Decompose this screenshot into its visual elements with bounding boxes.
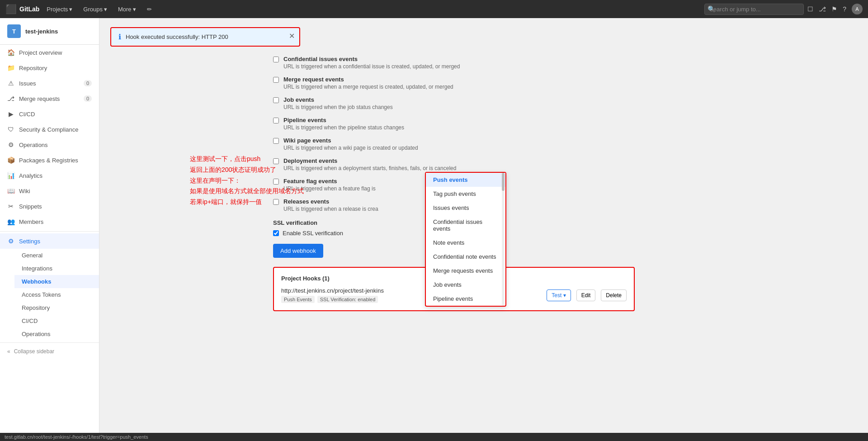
- pipeline-desc: URL is triggered when the pipeline statu…: [283, 124, 404, 131]
- settings-subnav: General Integrations Webhooks Access Tok…: [0, 249, 99, 341]
- job-checkbox[interactable]: [273, 97, 279, 103]
- feature-flag-desc: URL is triggered when a feature flag is: [283, 185, 376, 192]
- dropdown-item-confidential-note[interactable]: Confidential note events: [426, 250, 505, 264]
- pipeline-label: Pipeline events: [283, 117, 404, 123]
- search-input[interactable]: [704, 4, 804, 15]
- avatar[interactable]: A: [852, 4, 863, 14]
- projects-menu[interactable]: Projects ▾: [43, 4, 76, 14]
- sidebar-item-operations-settings[interactable]: Operations: [14, 327, 99, 341]
- ssl-checkbox-label: Enable SSL verification: [283, 230, 343, 237]
- project-avatar: T: [7, 24, 21, 38]
- test-dropdown-menu: Push events Tag push events Issues event…: [425, 172, 506, 307]
- dropdown-scroll-thumb: [502, 173, 505, 191]
- checkbox-job: Job events URL is triggered when the job…: [273, 96, 635, 110]
- sidebar-item-members[interactable]: 👥 Members: [0, 214, 99, 229]
- gitlab-logo-icon: ⬛: [5, 4, 17, 14]
- sidebar-item-repository-settings[interactable]: Repository: [14, 301, 99, 314]
- checkbox-merge-request: Merge request events URL is triggered wh…: [273, 76, 635, 90]
- feature-flag-checkbox[interactable]: [273, 179, 279, 185]
- sidebar-item-general[interactable]: General: [14, 249, 99, 262]
- search-icon: 🔍: [708, 5, 715, 13]
- todo-icon[interactable]: ☐: [807, 5, 813, 13]
- job-desc: URL is triggered when the job status cha…: [283, 104, 393, 110]
- job-label: Job events: [283, 96, 393, 103]
- cicd-icon: ▶: [7, 110, 14, 118]
- sidebar-item-operations[interactable]: ⚙ Operations: [0, 137, 99, 152]
- issues-icon: ⚠: [7, 80, 14, 87]
- collapse-icon: «: [7, 348, 10, 355]
- issues-icon[interactable]: ⚑: [831, 5, 837, 13]
- notification-close-button[interactable]: ✕: [289, 32, 295, 40]
- merge-badge: 0: [84, 95, 92, 102]
- edit-button[interactable]: Edit: [576, 289, 596, 301]
- repository-icon: 📁: [7, 64, 14, 71]
- test-button[interactable]: Test ▾: [547, 289, 571, 301]
- sidebar-item-wiki[interactable]: 📖 Wiki: [0, 183, 99, 199]
- status-bar: test.gitlab.cn/root/test-jenkins/-/hooks…: [0, 433, 868, 441]
- dropdown-item-issues[interactable]: Issues events: [426, 201, 505, 215]
- collapse-sidebar[interactable]: « Collapse sidebar: [0, 345, 99, 358]
- snippets-icon: ✂: [7, 203, 14, 210]
- dropdown-item-note[interactable]: Note events: [426, 236, 505, 250]
- help-icon[interactable]: ?: [843, 5, 846, 13]
- more-menu[interactable]: More ▾: [114, 4, 140, 14]
- brand-logo[interactable]: ⬛ GitLab: [5, 4, 39, 14]
- projects-dropdown-icon: ▾: [69, 6, 72, 13]
- confidential-issues-desc: URL is triggered when a confidential iss…: [283, 63, 460, 70]
- wiki-icon: 📖: [7, 187, 14, 194]
- packages-icon: 📦: [7, 156, 14, 164]
- confidential-issues-checkbox[interactable]: [273, 57, 279, 62]
- test-dropdown-icon: ▾: [563, 292, 566, 299]
- sidebar-item-access-tokens[interactable]: Access Tokens: [14, 288, 99, 301]
- sidebar-item-cicd-settings[interactable]: CI/CD: [14, 314, 99, 327]
- groups-menu[interactable]: Groups ▾: [80, 4, 111, 14]
- hook-tag-ssl: SSL Verification: enabled: [317, 296, 378, 303]
- checkbox-confidential-issues: Confidential issues events URL is trigge…: [273, 56, 635, 70]
- checkbox-wiki: Wiki page events URL is triggered when a…: [273, 137, 635, 151]
- sidebar-item-packages[interactable]: 📦 Packages & Registries: [0, 152, 99, 168]
- wiki-checkbox[interactable]: [273, 138, 279, 144]
- delete-button[interactable]: Delete: [601, 289, 627, 301]
- notification-bar: ℹ Hook executed successfully: HTTP 200 ✕: [110, 27, 300, 47]
- project-header: T test-jenkins: [0, 18, 99, 45]
- hook-tag-push: Push Events: [281, 296, 315, 303]
- merge-request-label: Merge request events: [283, 76, 453, 83]
- dropdown-item-job[interactable]: Job events: [426, 278, 505, 292]
- top-navigation: ⬛ GitLab Projects ▾ Groups ▾ More ▾ ✏ 🔍 …: [0, 0, 868, 18]
- checkbox-pipeline: Pipeline events URL is triggered when th…: [273, 117, 635, 131]
- sidebar-item-analytics[interactable]: 📊 Analytics: [0, 168, 99, 183]
- pipeline-checkbox[interactable]: [273, 118, 279, 123]
- sidebar-item-repository[interactable]: 📁 Repository: [0, 60, 99, 76]
- ssl-checkbox[interactable]: [273, 230, 279, 236]
- sidebar-item-issues[interactable]: ⚠ Issues 0: [0, 76, 99, 91]
- merge-icon: ⎇: [7, 95, 14, 102]
- merge-request-icon[interactable]: ⎇: [819, 5, 826, 13]
- sidebar-item-settings[interactable]: ⚙ Settings: [0, 233, 99, 249]
- dropdown-item-push-events[interactable]: Push events: [426, 173, 505, 187]
- sidebar-item-merge-requests[interactable]: ⎇ Merge requests 0: [0, 91, 99, 106]
- releases-checkbox[interactable]: [273, 199, 279, 205]
- deployment-desc: URL is triggered when a deployment start…: [283, 165, 456, 171]
- add-webhook-button[interactable]: Add webhook: [273, 244, 323, 258]
- dropdown-scrollbar: [502, 173, 505, 306]
- feature-flag-label: Feature flag events: [283, 178, 376, 185]
- new-item-icon[interactable]: ✏: [143, 4, 156, 14]
- analytics-icon: 📊: [7, 172, 14, 179]
- sidebar: T test-jenkins 🏠 Project overview 📁 Repo…: [0, 18, 99, 441]
- dropdown-item-merge-requests[interactable]: Merge requests events: [426, 264, 505, 278]
- settings-icon: ⚙: [7, 237, 14, 245]
- deployment-checkbox[interactable]: [273, 158, 279, 164]
- sidebar-item-security[interactable]: 🛡 Security & Compliance: [0, 122, 99, 137]
- sidebar-item-integrations[interactable]: Integrations: [14, 262, 99, 275]
- members-icon: 👥: [7, 218, 14, 225]
- sidebar-item-ci-cd[interactable]: ▶ CI/CD: [0, 106, 99, 122]
- sidebar-item-project-overview[interactable]: 🏠 Project overview: [0, 45, 99, 60]
- sidebar-item-webhooks[interactable]: Webhooks: [14, 275, 99, 288]
- operations-icon: ⚙: [7, 141, 14, 148]
- dropdown-item-pipeline[interactable]: Pipeline events: [426, 292, 505, 306]
- dropdown-item-tag-push[interactable]: Tag push events: [426, 187, 505, 201]
- issues-badge: 0: [84, 80, 92, 86]
- merge-request-checkbox[interactable]: [273, 77, 279, 83]
- dropdown-item-confidential-issues[interactable]: Confidential issues events: [426, 215, 505, 236]
- sidebar-item-snippets[interactable]: ✂ Snippets: [0, 199, 99, 214]
